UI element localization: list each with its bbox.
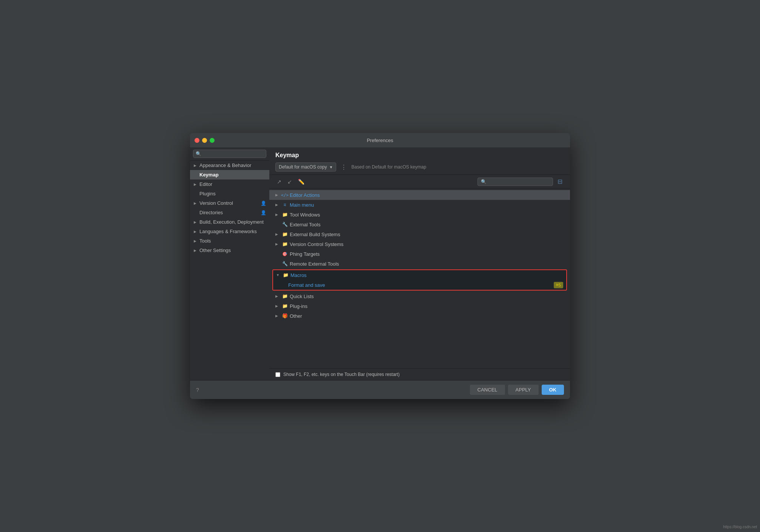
dropdown-arrow-icon: ▼ (329, 165, 333, 169)
tree-item-version-control-systems[interactable]: ▶ 📁 Version Control Systems (269, 239, 570, 249)
edit-button[interactable]: ✏️ (297, 178, 306, 186)
cancel-button[interactable]: CANCEL (470, 385, 505, 395)
plug-ins-icon: 📁 (282, 303, 288, 309)
phing-icon: 🎯 (282, 251, 288, 257)
sidebar: ▶ Appearance & Behavior Keymap ▶ Editor … (190, 147, 269, 380)
chevron-right-icon: ▶ (194, 230, 198, 234)
chevron-right-icon: ▶ (275, 294, 280, 298)
panel-toolbar: ↗ ↙ ✏️ ⊟ (269, 175, 570, 189)
sidebar-item-other-settings[interactable]: ▶ Other Settings (190, 246, 269, 255)
sidebar-search-input[interactable] (193, 150, 266, 158)
tool-windows-icon: 📁 (282, 212, 288, 218)
tree-item-external-build-systems[interactable]: ▶ 📁 External Build Systems (269, 229, 570, 239)
window-title: Preferences (367, 138, 393, 143)
ok-button[interactable]: OK (542, 385, 564, 395)
more-options-button[interactable]: ⋮ (339, 163, 348, 172)
phing-label: Phing Targets (290, 251, 567, 257)
tree-item-plug-ins[interactable]: ▶ 📁 Plug-ins (269, 301, 570, 311)
tree-item-phing-targets[interactable]: 🎯 Phing Targets (269, 249, 570, 259)
sidebar-item-plugins[interactable]: Plugins (190, 189, 269, 198)
filter-button[interactable]: ⊟ (556, 177, 564, 186)
sidebar-item-version-control[interactable]: ▶ Version Control 👤 (190, 198, 269, 208)
external-build-label: External Build Systems (290, 232, 567, 237)
panel-header: Keymap Default for macOS copy ▼ ⋮ Based … (269, 147, 570, 175)
chevron-right-icon: ▶ (194, 201, 198, 205)
minimize-button[interactable] (202, 138, 207, 143)
chevron-right-icon: ▶ (194, 239, 198, 243)
watermark: https://blog.csdn.net (723, 525, 757, 529)
sidebar-item-editor[interactable]: ▶ Editor (190, 179, 269, 189)
maximize-button[interactable] (210, 138, 215, 143)
editor-actions-label: Editor Actions (290, 192, 567, 198)
window-controls (195, 138, 215, 143)
macros-label: Macros (290, 272, 563, 278)
apply-button[interactable]: APPLY (508, 385, 539, 395)
help-icon[interactable]: ? (196, 387, 199, 393)
remote-tools-icon: 🔧 (282, 261, 288, 267)
external-build-icon: 📁 (282, 231, 288, 237)
tree-item-quick-lists[interactable]: ▶ 📁 Quick Lists (269, 291, 570, 301)
sidebar-item-appearance-behavior[interactable]: ▶ Appearance & Behavior (190, 161, 269, 170)
sidebar-item-tools[interactable]: ▶ Tools (190, 236, 269, 246)
touch-bar-checkbox-label: Show F1, F2, etc. keys on the Touch Bar … (283, 372, 400, 377)
keymap-controls: Default for macOS copy ▼ ⋮ Based on Defa… (275, 162, 564, 172)
chevron-right-icon: ▶ (275, 203, 280, 207)
chevron-right-icon: ▶ (275, 193, 280, 197)
vcs-icon: 📁 (282, 241, 288, 247)
tree-item-remote-external-tools[interactable]: 🔧 Remote External Tools (269, 259, 570, 269)
main-content: ▶ Appearance & Behavior Keymap ▶ Editor … (190, 147, 570, 380)
footer: ? CANCEL APPLY OK (190, 380, 570, 399)
close-button[interactable] (195, 138, 199, 143)
tree-item-other[interactable]: ▶ 🎁 Other (269, 311, 570, 321)
chevron-right-icon: ▶ (275, 232, 280, 236)
touch-bar-checkbox[interactable] (275, 372, 280, 377)
other-icon: 🎁 (282, 313, 288, 319)
keymap-dropdown-value: Default for macOS copy (279, 164, 327, 170)
tree-item-external-tools[interactable]: 🔧 External Tools (269, 220, 570, 229)
vcs-label: Version Control Systems (290, 241, 567, 247)
sidebar-item-build-execution[interactable]: ▶ Build, Execution, Deployment (190, 217, 269, 227)
chevron-right-icon: ▶ (194, 182, 198, 186)
chevron-right-icon: ▶ (275, 242, 280, 246)
expand-all-button[interactable]: ↗ (275, 178, 283, 186)
chevron-right-icon: ▶ (275, 304, 280, 308)
tree-item-main-menu[interactable]: ▶ ≡ Main menu (269, 200, 570, 210)
keymap-info-text: Based on Default for macOS keymap (351, 164, 426, 170)
external-tools-icon: 🔧 (282, 221, 288, 227)
macros-group: ▼ 📁 Macros Format and save ⌘S (272, 269, 567, 291)
collapse-all-button[interactable]: ↙ (286, 178, 293, 186)
sidebar-search-container (190, 147, 269, 161)
keymap-tree: ▶ </> Editor Actions ▶ ≡ Main menu ▶ 📁 T… (269, 189, 570, 368)
chevron-right-icon: ▶ (194, 249, 198, 252)
other-label: Other (290, 313, 567, 319)
touch-bar-checkbox-area: Show F1, F2, etc. keys on the Touch Bar … (275, 372, 564, 377)
sidebar-item-keymap[interactable]: Keymap (190, 170, 269, 179)
sidebar-item-directories[interactable]: Directories 👤 (190, 208, 269, 217)
tool-windows-label: Tool Windows (290, 212, 567, 218)
keymap-search-input[interactable] (477, 178, 553, 186)
keymap-dropdown[interactable]: Default for macOS copy ▼ (275, 162, 336, 172)
shortcut-badge: ⌘S (554, 282, 563, 288)
right-panel: Keymap Default for macOS copy ▼ ⋮ Based … (269, 147, 570, 380)
chevron-down-icon: ▼ (276, 273, 281, 277)
external-tools-label: External Tools (290, 222, 567, 227)
quick-lists-label: Quick Lists (290, 294, 567, 299)
title-bar: Preferences (190, 133, 570, 147)
tree-item-format-and-save[interactable]: Format and save ⌘S (273, 280, 566, 290)
sidebar-item-languages-frameworks[interactable]: ▶ Languages & Frameworks (190, 227, 269, 236)
main-menu-icon: ≡ (282, 202, 288, 208)
macros-icon: 📁 (283, 272, 289, 278)
format-save-label: Format and save (288, 282, 552, 288)
tree-item-editor-actions[interactable]: ▶ </> Editor Actions (269, 190, 570, 200)
chevron-right-icon: ▶ (275, 213, 280, 217)
tree-item-macros[interactable]: ▼ 📁 Macros (273, 270, 566, 280)
editor-actions-icon: </> (282, 192, 288, 198)
remote-tools-label: Remote External Tools (290, 261, 567, 267)
preferences-window: Preferences ▶ Appearance & Behavior Keym… (190, 133, 570, 399)
panel-title: Keymap (275, 152, 564, 159)
chevron-right-icon: ▶ (275, 314, 280, 318)
plug-ins-label: Plug-ins (290, 303, 567, 309)
main-menu-label: Main menu (290, 202, 567, 208)
chevron-right-icon: ▶ (194, 164, 198, 167)
tree-item-tool-windows[interactable]: ▶ 📁 Tool Windows (269, 210, 570, 220)
